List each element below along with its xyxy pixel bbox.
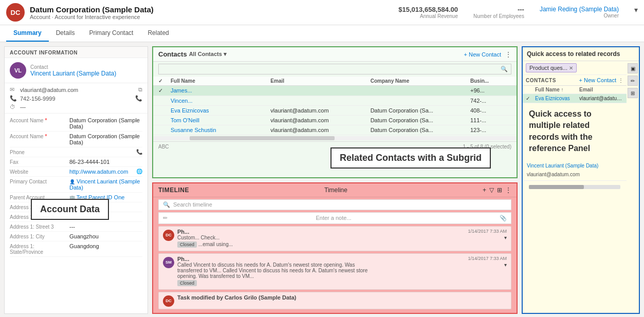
row0-email	[270, 87, 370, 94]
ref-col-email[interactable]: Email	[579, 87, 623, 92]
col-fullname[interactable]: Full Name	[171, 78, 270, 84]
row1-check[interactable]	[158, 98, 171, 104]
note-pencil-icon: ✏	[163, 215, 168, 221]
row4-name[interactable]: Susanne Schustin	[171, 127, 270, 133]
ref-tag-close-icon[interactable]: ✕	[569, 65, 573, 71]
field-account-name-1: Account Name * Datum Corporation (Sample…	[10, 116, 142, 132]
ref-row0-check[interactable]: ✓	[526, 96, 535, 101]
item0-expand-icon[interactable]: ▾	[504, 235, 507, 240]
row3-email: vlauriant@adatum.com	[270, 117, 370, 123]
col-company[interactable]: Company Name	[371, 78, 470, 84]
contacts-search-box: 🔍	[158, 64, 511, 74]
ref-contacts-actions: + New Contact ⋮	[579, 77, 623, 83]
contact-info: Contact Vincent Lauriant (Sample Data)	[30, 64, 116, 77]
email-value[interactable]: vlauriant@adatum.com	[20, 87, 78, 93]
org-subtitle: Account · Account for Interactive experi…	[30, 14, 154, 20]
field-label-fax: Fax	[10, 159, 66, 165]
field-label-state: Address 1: State/Province	[10, 243, 66, 255]
field-primary-contact: Primary Contact 👤 Vincent Lauriant (Samp…	[10, 177, 142, 193]
row0-name[interactable]: James...	[171, 87, 270, 94]
row1-email	[270, 98, 370, 104]
ref-contact-name[interactable]: Vincent Lauriant (Sample Data)	[527, 163, 598, 169]
item1-expand-icon[interactable]: ▾	[504, 262, 507, 268]
tab-summary[interactable]: Summary	[6, 25, 49, 42]
tab-details[interactable]: Details	[49, 25, 82, 42]
phone-field-icon[interactable]: 📞	[136, 149, 142, 155]
field-value-fax[interactable]: 86-23-4444-101	[69, 159, 142, 165]
row2-check[interactable]	[158, 107, 171, 114]
ref-row0-name[interactable]: Eva Eiznicovas	[535, 96, 579, 101]
timeline-more-icon[interactable]: ⋮	[505, 187, 511, 194]
contact-details: ✉ vlauriant@adatum.com ⧉ 📞 742-156-9999 …	[5, 83, 148, 114]
ref-side-icon-2[interactable]: ⊞	[628, 88, 638, 98]
new-contact-button[interactable]: + New Contact	[464, 51, 501, 58]
row3-name[interactable]: Tom O'Neill	[171, 117, 270, 123]
subgrid-overlay: Related Contacts with a Subgrid	[330, 147, 491, 169]
field-value-acct2[interactable]: Datum Corporation (Sample Data)	[69, 133, 142, 145]
contacts-search-row: 🔍	[153, 62, 517, 77]
row2-business: 408-...	[470, 107, 511, 114]
ref-contact-row: Vincent Lauriant (Sample Data) vlauriant…	[523, 160, 627, 181]
ref-new-contact-button[interactable]: + New Contact	[579, 77, 616, 83]
contact-row-0: ✓ James... +96...	[153, 86, 517, 96]
col-business[interactable]: Busin...	[470, 78, 511, 84]
header-dropdown-icon[interactable]: ▾	[634, 6, 638, 14]
col-email[interactable]: Email	[270, 78, 370, 84]
contacts-panel-header: Contacts All Contacts ▾ + New Contact ⋮	[153, 47, 517, 62]
copy-icon[interactable]: ⧉	[138, 86, 142, 93]
note-placeholder[interactable]: Enter a note...	[316, 215, 351, 221]
tab-related[interactable]: Related	[140, 25, 176, 42]
primary-contact-icon: 👤	[69, 179, 75, 184]
nav-tabs: Summary Details Primary Contact Related	[0, 25, 644, 42]
ref-scrollbar[interactable]	[529, 185, 620, 189]
ref-contacts-more-icon[interactable]: ⋮	[618, 78, 623, 83]
contacts-panel-actions: + New Contact ⋮	[464, 51, 511, 58]
timeline-add-icon[interactable]: +	[483, 187, 486, 194]
contacts-more-icon[interactable]: ⋮	[505, 51, 511, 58]
tab-primary-contact[interactable]: Primary Contact	[82, 25, 140, 42]
ref-side-icon-1[interactable]: ✏	[628, 76, 638, 86]
header-left: DC Datum Corporation (Sample Data) Accou…	[6, 3, 154, 22]
website-icon[interactable]: 🌐	[136, 169, 142, 174]
item0-badge: Closed	[177, 241, 197, 248]
account-data-overlay: Account Data	[31, 199, 109, 220]
timeline-grid-icon[interactable]: ⊞	[497, 187, 502, 194]
row0-business: +96...	[470, 87, 511, 94]
field-value-city[interactable]: Guangzhou	[69, 233, 142, 239]
timeline-search[interactable]: 🔍 Search timeline	[158, 199, 511, 210]
ref-col-check[interactable]	[526, 87, 535, 92]
item1-badge: Closed	[177, 280, 197, 286]
field-value-acct1[interactable]: Datum Corporation (Sample Data)	[69, 117, 142, 129]
field-value-website[interactable]: http://www.adatum.com	[69, 169, 133, 175]
ref-panel-header: Quick access to related records	[523, 47, 639, 61]
ref-tag-row: Product ques... ✕	[523, 61, 627, 75]
contact-name[interactable]: Vincent Lauriant (Sample Data)	[30, 70, 116, 77]
owner-name[interactable]: Jamie Reding (Sample Data)	[540, 6, 619, 13]
row2-name[interactable]: Eva Eiznicovas	[171, 107, 270, 114]
row3-check[interactable]	[158, 117, 171, 123]
field-value-primary[interactable]: 👤 Vincent Lauriant (Sample Data)	[69, 178, 142, 191]
ref-contact-email: vlauriant@adatum.com	[527, 172, 580, 177]
col-check[interactable]: ✓	[158, 78, 171, 84]
contacts-filter[interactable]: All Contacts ▾	[189, 51, 227, 58]
timeline-item-1: SM Ph... Called Vincent to discuss his n…	[158, 253, 511, 290]
ref-panel-overlay-text: Quick access to multiple related records…	[523, 103, 627, 160]
note-attach-icon[interactable]: 📎	[500, 215, 507, 221]
ref-tag: Product ques... ✕	[526, 63, 577, 72]
row1-name[interactable]: Vincen...	[171, 98, 270, 104]
phone-action-icon[interactable]: 📞	[135, 95, 142, 102]
ref-side-icon-0[interactable]: ▣	[628, 63, 638, 73]
ref-col-fullname[interactable]: Full Name ↑	[535, 87, 579, 92]
field-label-acct2: Account Name *	[10, 133, 66, 139]
row4-check[interactable]	[158, 127, 171, 133]
item0-avatar: DC	[163, 230, 174, 241]
row0-check[interactable]: ✓	[158, 87, 171, 94]
field-label-acct1: Account Name *	[10, 117, 66, 123]
field-value-state[interactable]: Guangdong	[69, 243, 142, 249]
item2-avatar: DC	[163, 295, 174, 307]
search-icon[interactable]: 🔍	[501, 66, 508, 72]
timeline-note[interactable]: ✏ Enter a note... 📎	[158, 212, 511, 224]
timeline-filter-icon[interactable]: ▽	[489, 187, 494, 194]
contacts-filter-chevron[interactable]: ▾	[224, 51, 227, 57]
contacts-hscroll[interactable]	[153, 136, 517, 140]
